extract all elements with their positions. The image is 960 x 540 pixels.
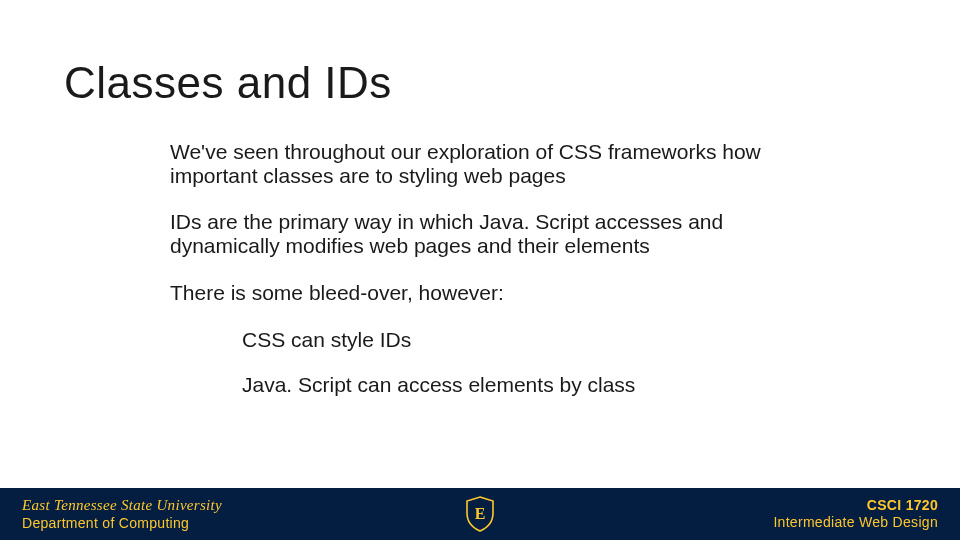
paragraph-2: IDs are the primary way in which Java. S… <box>170 210 790 258</box>
shield-icon: E <box>465 496 495 532</box>
footer-bar: East Tennessee State University Departme… <box>0 488 960 540</box>
footer-logo: E <box>465 496 495 532</box>
slide: Classes and IDs We've seen throughout ou… <box>0 0 960 540</box>
sub-item-1: CSS can style IDs <box>242 327 790 352</box>
slide-content: We've seen throughout our exploration of… <box>170 140 790 417</box>
slide-title: Classes and IDs <box>64 58 392 108</box>
footer-left: East Tennessee State University Departme… <box>22 496 222 532</box>
footer-course-name: Intermediate Web Design <box>773 514 938 532</box>
footer-course-code: CSCI 1720 <box>867 497 938 515</box>
shield-letter: E <box>475 505 486 522</box>
sub-item-2: Java. Script can access elements by clas… <box>242 372 790 397</box>
footer-right: CSCI 1720 Intermediate Web Design <box>773 497 938 532</box>
paragraph-1: We've seen throughout our exploration of… <box>170 140 790 188</box>
paragraph-3: There is some bleed-over, however: <box>170 281 790 305</box>
footer-department: Department of Computing <box>22 515 222 533</box>
sub-list: CSS can style IDs Java. Script can acces… <box>242 327 790 397</box>
footer-university: East Tennessee State University <box>22 496 222 515</box>
